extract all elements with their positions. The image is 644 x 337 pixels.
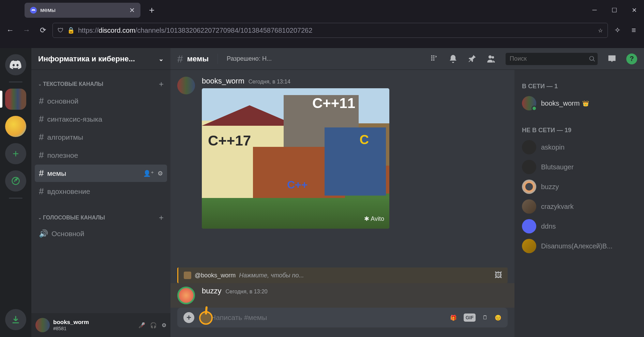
threads-icon[interactable]	[429, 54, 439, 64]
explore-servers-button[interactable]	[5, 170, 26, 192]
message-author[interactable]: buzzy	[202, 287, 221, 295]
bookmark-icon[interactable]: ☆	[598, 27, 603, 34]
channel-item-active[interactable]: # мемы 👤⁺ ⚙	[35, 165, 167, 182]
speaker-icon: 🔊	[39, 229, 48, 238]
download-icon	[11, 315, 20, 324]
gear-icon[interactable]: ⚙	[158, 170, 163, 177]
channel-item[interactable]: #основной	[35, 92, 167, 110]
message-item: buzzy Сегодня, в 13:20	[170, 283, 514, 308]
channel-sidebar: Информатика и киберне... ⌄ ⌄ ТЕКСТОВЫЕ К…	[31, 48, 170, 337]
user-name: books_worm	[53, 319, 135, 326]
bell-icon[interactable]	[448, 54, 458, 64]
add-server-button[interactable]: +	[5, 143, 26, 164]
gift-icon[interactable]: 🎁	[450, 315, 457, 321]
message-attachment-image[interactable]: C++11 C++17 C C++ Avito	[202, 88, 389, 229]
channel-category[interactable]: ⌄ ГОЛОСОВЫЕ КАНАЛЫ +	[35, 210, 167, 225]
search-input[interactable]	[510, 55, 589, 62]
lock-icon[interactable]: 🔒	[67, 27, 75, 34]
server-rail: +	[0, 48, 31, 337]
download-apps-button[interactable]	[5, 309, 26, 330]
cursor-highlight-icon	[199, 311, 213, 325]
member-item[interactable]: Disanums(Алексей)В...	[519, 236, 639, 256]
hash-icon: #	[39, 186, 44, 197]
image-label: C++	[287, 179, 308, 191]
extensions-icon[interactable]: ✧	[611, 24, 624, 37]
user-panel: books_worm #8581 🎤̸ 🎧 ⚙	[31, 313, 170, 337]
member-item[interactable]: Blutsauger	[519, 157, 639, 177]
nav-back-button[interactable]: ←	[3, 24, 17, 37]
headphones-icon[interactable]: 🎧	[150, 322, 157, 328]
nav-reload-button[interactable]: ⟳	[36, 24, 50, 37]
window-maximize-button[interactable]: ☐	[604, 3, 624, 17]
sticker-icon[interactable]: 🗒	[482, 315, 488, 321]
member-avatar	[522, 140, 536, 154]
hash-icon: #	[39, 150, 44, 160]
message-avatar[interactable]	[177, 287, 195, 304]
member-avatar	[522, 199, 536, 214]
add-channel-button[interactable]: +	[159, 79, 164, 89]
window-minimize-button[interactable]: ─	[585, 3, 604, 17]
image-label: C	[360, 133, 369, 147]
url-text: https://discord.com/channels/10138320622…	[78, 27, 312, 34]
chat-header: # мемы Разрешено: Н... ?	[170, 48, 644, 70]
home-button[interactable]	[5, 54, 26, 75]
member-avatar	[522, 180, 536, 194]
member-item[interactable]: ddns	[519, 216, 639, 236]
reply-mention: @books_worm	[195, 272, 236, 279]
gif-button[interactable]: GIF	[464, 313, 476, 322]
new-tab-button[interactable]: +	[149, 5, 154, 16]
member-item[interactable]: askopin	[519, 137, 639, 157]
channel-item[interactable]: #алгоритмы	[35, 128, 167, 146]
emoji-icon[interactable]: 😊	[495, 315, 501, 321]
channel-category[interactable]: ⌄ ТЕКСТОВЫЕ КАНАЛЫ +	[35, 77, 167, 92]
add-channel-button[interactable]: +	[159, 213, 164, 223]
message-input[interactable]	[211, 313, 444, 322]
reply-reference[interactable]: @books_worm Нажмите, чтобы по... 🖼	[177, 267, 508, 283]
nav-forward-button[interactable]: →	[20, 24, 33, 37]
channel-item[interactable]: #вдохновение	[35, 183, 167, 200]
browser-tab[interactable]: мемы ✕	[25, 3, 140, 18]
voice-channel-item[interactable]: 🔊 Основной	[35, 226, 167, 242]
hash-icon: #	[39, 168, 44, 179]
member-item[interactable]: buzzy	[519, 177, 639, 197]
message-author[interactable]: books_worm	[202, 77, 244, 86]
gear-icon[interactable]: ⚙	[162, 322, 166, 328]
message-avatar[interactable]	[177, 77, 195, 94]
member-avatar	[522, 96, 536, 110]
menu-icon[interactable]: ≡	[627, 24, 641, 37]
hash-icon: #	[177, 53, 183, 65]
attach-button[interactable]: +	[183, 312, 194, 323]
channel-item[interactable]: #синтаксис-языка	[35, 110, 167, 128]
search-box[interactable]	[506, 53, 598, 65]
image-icon: 🖼	[495, 271, 502, 280]
url-bar[interactable]: 🛡 🔒 https://discord.com/channels/1013832…	[53, 23, 608, 38]
shield-icon[interactable]: 🛡	[58, 27, 64, 34]
help-icon[interactable]: ?	[626, 53, 637, 64]
channel-item[interactable]: #полезное	[35, 147, 167, 164]
image-label: C++17	[208, 133, 251, 149]
member-item[interactable]: crazykvark	[519, 197, 639, 216]
hash-icon: #	[39, 96, 44, 106]
members-icon[interactable]	[486, 54, 496, 64]
server-item-active[interactable]	[5, 89, 26, 110]
user-info[interactable]: books_worm #8581	[53, 319, 135, 331]
mic-muted-icon[interactable]: 🎤̸	[138, 322, 145, 328]
window-close-button[interactable]: ✕	[624, 3, 644, 17]
server-active-indicator	[0, 91, 2, 108]
server-item[interactable]	[5, 116, 26, 137]
tab-close-icon[interactable]: ✕	[129, 6, 135, 14]
server-header[interactable]: Информатика и киберне... ⌄	[31, 48, 170, 70]
discord-app: + Информатика и киберне... ⌄ ⌄ ТЕКСТОВЫЕ…	[0, 48, 644, 337]
member-item[interactable]: books_worm 👑	[519, 93, 639, 113]
user-avatar[interactable]	[35, 318, 50, 332]
category-label: ТЕКСТОВЫЕ КАНАЛЫ	[43, 81, 103, 87]
inbox-icon[interactable]	[607, 54, 617, 64]
divider	[218, 54, 218, 64]
pin-icon[interactable]	[467, 54, 477, 64]
channel-topic[interactable]: Разрешено: Н...	[227, 55, 272, 62]
tab-title: мемы	[40, 7, 129, 14]
rail-divider	[9, 81, 23, 82]
invite-icon[interactable]: 👤⁺	[143, 170, 154, 177]
message-input-box[interactable]: + 🎁 GIF 🗒 😊	[177, 308, 508, 327]
message-scroll-area[interactable]: books_worm Сегодня, в 13:14 C++11 C++17 …	[170, 70, 514, 267]
